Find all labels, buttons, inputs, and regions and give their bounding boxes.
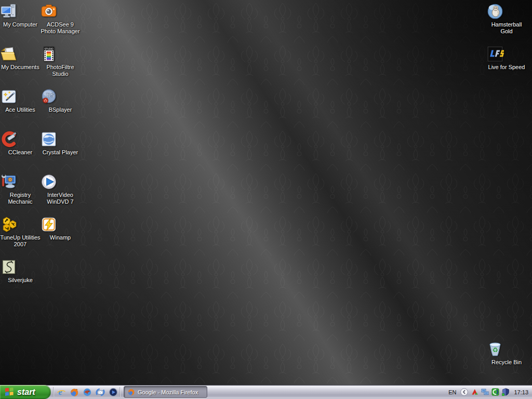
svg-text:BS: BS	[46, 91, 55, 98]
desktop-icon-photofiltre[interactable]: STUDIO PhotoFiltre Studio	[40, 45, 81, 77]
hide-tray-icons-chevron-icon[interactable]	[460, 388, 468, 396]
desktop-icon-crystal-player[interactable]: Crystal Player	[40, 130, 81, 156]
ace-utilities-wand-icon	[0, 88, 41, 105]
crystal-player-globe-icon	[40, 130, 81, 148]
icon-label: TuneUp Utilities 2007	[0, 234, 41, 248]
desktop-screen: My Computer ACDSee 9 Photo Manager My Do…	[0, 0, 532, 399]
desktop-icon-ace-utilities[interactable]: Ace Utilities	[0, 88, 41, 113]
icon-label: BSplayer	[40, 107, 81, 113]
start-button[interactable]: start	[0, 385, 51, 399]
icon-label: Ace Utilities	[0, 107, 41, 113]
language-indicator[interactable]: EN	[447, 389, 458, 396]
taskbar-divider	[119, 387, 121, 397]
bsplayer-icon: BS	[40, 88, 81, 105]
desktop-icon-windvd[interactable]: InterVideo WinDVD 7	[40, 173, 81, 205]
green-square-utility-tray-icon[interactable]	[491, 388, 499, 396]
hamsterball-icon	[486, 3, 527, 20]
windvd-play-icon	[40, 173, 81, 191]
icon-label: Live for Speed	[486, 64, 527, 71]
taskbar-divider	[53, 387, 54, 397]
svg-text:STUDIO: STUDIO	[45, 48, 54, 50]
desktop-icon-hamsterball[interactable]: Hamsterball Gold	[486, 3, 527, 35]
quicklaunch-media-player-classic-icon[interactable]	[108, 387, 118, 397]
icon-label: My Computer	[0, 21, 41, 28]
network-connection-tray-icon[interactable]	[481, 388, 489, 396]
quick-launch-bar: e	[56, 385, 118, 399]
tuneup-hexagons-icon	[0, 216, 41, 233]
icon-label: Hamsterball Gold	[486, 21, 527, 35]
quicklaunch-internet-explorer-icon[interactable]: e	[56, 387, 66, 397]
windows-flag-icon	[4, 387, 15, 397]
desktop-icon-my-computer[interactable]: My Computer	[0, 3, 41, 28]
winamp-lightning-icon	[40, 216, 81, 233]
desktop-icon-my-documents[interactable]: My Documents	[0, 45, 41, 71]
desktop-icon-tuneup[interactable]: TuneUp Utilities 2007	[0, 216, 41, 248]
ccleaner-icon	[0, 130, 41, 148]
acdsee-camera-icon	[40, 3, 81, 20]
my-computer-icon	[0, 3, 41, 20]
desktop-icon-silverjuke[interactable]: Silverjuke	[0, 258, 41, 284]
tray-clock[interactable]: 17:13	[514, 389, 528, 395]
desktop-icon-bsplayer[interactable]: BS BSplayer	[40, 88, 81, 113]
recycle-bin-icon: ♻	[486, 340, 527, 358]
desktop-icon-winamp[interactable]: Winamp	[40, 216, 81, 241]
icon-label: ACDSee 9 Photo Manager	[40, 21, 81, 35]
registry-mechanic-icon	[0, 173, 41, 191]
security-shield-tray-icon[interactable]	[502, 388, 510, 396]
desktop-icon-registry-mechanic[interactable]: Registry Mechanic	[0, 173, 41, 205]
desktop-icon-ccleaner[interactable]: CCleaner	[0, 130, 41, 156]
icon-label: Recycle Bin	[486, 359, 527, 366]
start-label: start	[17, 388, 35, 397]
taskbar: start e	[0, 385, 532, 399]
task-button-firefox[interactable]: Google - Mozilla Firefox	[124, 386, 207, 398]
icon-label: Silverjuke	[0, 277, 41, 284]
desktop-icon-acdsee[interactable]: ACDSee 9 Photo Manager	[40, 3, 81, 35]
red-green-utility-tray-icon[interactable]	[471, 388, 478, 396]
quicklaunch-thunderbird-icon[interactable]	[82, 387, 92, 397]
task-button-label: Google - Mozilla Firefox	[138, 389, 198, 395]
desktop-icon-live-for-speed[interactable]: Live for Speed	[486, 45, 527, 71]
quicklaunch-outlook-express-icon[interactable]	[95, 387, 105, 397]
icon-label: Winamp	[40, 234, 81, 241]
photofiltre-filmstrip-icon: STUDIO	[40, 45, 81, 63]
svg-text:♻: ♻	[492, 346, 498, 354]
quicklaunch-firefox-icon[interactable]	[69, 387, 79, 397]
icon-label: InterVideo WinDVD 7	[40, 192, 81, 205]
icon-label: My Documents	[0, 64, 41, 71]
svg-text:e: e	[58, 388, 62, 396]
icon-label: CCleaner	[0, 149, 41, 156]
silverjuke-icon	[0, 258, 41, 276]
live-for-speed-icon	[486, 45, 527, 63]
icon-label: PhotoFiltre Studio	[40, 64, 81, 77]
system-tray: EN	[447, 385, 532, 399]
icon-label: Registry Mechanic	[0, 192, 41, 205]
icon-label: Crystal Player	[40, 149, 81, 156]
my-documents-icon	[0, 45, 41, 63]
desktop-icon-recycle-bin[interactable]: ♻ Recycle Bin	[486, 340, 527, 366]
firefox-icon	[127, 388, 135, 396]
